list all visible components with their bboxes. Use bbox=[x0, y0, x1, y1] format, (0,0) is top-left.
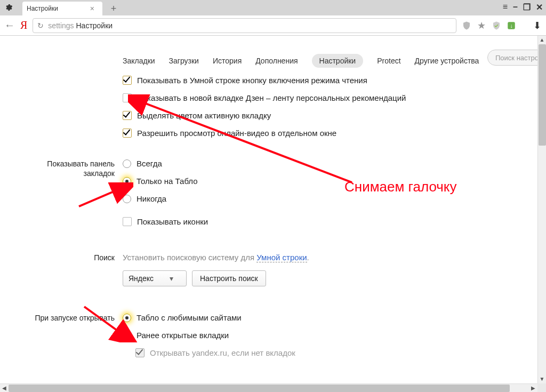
radio-always[interactable] bbox=[123, 159, 131, 168]
gear-icon[interactable] bbox=[4, 3, 13, 12]
titlebar: Настройки × + ≡ – ❐ ✕ bbox=[0, 0, 546, 15]
chk-zen-feed-label: Показывать в новой вкладке Дзен – ленту … bbox=[137, 93, 406, 102]
chk-show-icons[interactable] bbox=[123, 217, 132, 226]
tab-title: Настройки bbox=[27, 5, 58, 12]
vertical-scrollbar[interactable]: ▲ ▼ bbox=[537, 36, 546, 383]
scroll-up-icon[interactable]: ▲ bbox=[538, 36, 546, 44]
window-controls: ≡ – ❐ ✕ bbox=[503, 2, 543, 12]
radio-restore-tabs[interactable] bbox=[123, 331, 131, 340]
hscroll-thumb[interactable] bbox=[9, 385, 510, 392]
chk-highlight-tab-label: Выделять цветом активную вкладку bbox=[137, 111, 271, 120]
close-window-icon[interactable]: ✕ bbox=[536, 2, 543, 12]
star-icon[interactable]: ★ bbox=[477, 21, 486, 30]
chk-video-window[interactable] bbox=[123, 129, 132, 138]
url-scheme: settings bbox=[48, 21, 74, 30]
menu-icon[interactable]: ≡ bbox=[503, 2, 508, 12]
chk-open-yandex[interactable] bbox=[135, 348, 144, 357]
scroll-left-icon[interactable]: ◀ bbox=[0, 384, 9, 392]
radio-tablo-sites[interactable] bbox=[123, 314, 131, 322]
bookmarks-panel-title: Показывать панель закладок bbox=[19, 159, 115, 178]
omnibox[interactable]: ↻ settings Настройки bbox=[33, 18, 456, 33]
nav-addons[interactable]: Дополнения bbox=[255, 57, 298, 65]
chk-video-window-label: Разрешить просмотр онлайн-видео в отдель… bbox=[137, 129, 336, 138]
radio-never-label: Никогда bbox=[136, 194, 166, 203]
radio-never[interactable] bbox=[123, 195, 131, 203]
nav-downloads[interactable]: Загрузки bbox=[169, 57, 199, 65]
nav-protect[interactable]: Protect bbox=[377, 57, 400, 65]
radio-always-label: Всегда bbox=[136, 159, 162, 168]
radio-tablo-sites-label: Табло с любимыми сайтами bbox=[136, 313, 242, 322]
vscroll-thumb[interactable] bbox=[539, 44, 546, 146]
minimize-icon[interactable]: – bbox=[513, 2, 518, 12]
nav-settings[interactable]: Настройки bbox=[312, 54, 364, 68]
new-tab-button[interactable]: + bbox=[107, 2, 121, 15]
chk-show-icons-label: Показывать иконки bbox=[137, 217, 208, 226]
download-icon[interactable]: ⬇ bbox=[532, 21, 542, 30]
settings-page: Закладки Загрузки История Дополнения Нас… bbox=[0, 36, 546, 383]
configure-search-button[interactable]: Настроить поиск bbox=[192, 270, 266, 286]
search-engine-select[interactable]: Яндекс ▾ bbox=[123, 270, 187, 286]
nav-bookmarks[interactable]: Закладки bbox=[123, 57, 155, 65]
chk-highlight-tab[interactable] bbox=[123, 111, 132, 120]
protect-shield-icon[interactable] bbox=[492, 21, 501, 30]
horizontal-scrollbar[interactable]: ◀ ▶ bbox=[0, 383, 537, 392]
smart-line-link[interactable]: Умной строки bbox=[256, 253, 307, 262]
chevron-down-icon: ▾ bbox=[170, 274, 173, 283]
search-section-title: Поиск bbox=[19, 253, 115, 262]
back-button[interactable]: ← bbox=[4, 19, 15, 31]
settings-content: Показывать в Умной строке кнопку включен… bbox=[0, 76, 546, 383]
yandex-logo[interactable]: Я bbox=[20, 19, 27, 31]
search-desc: Установить поисковую систему для Умной с… bbox=[123, 253, 309, 262]
search-engine-value: Яндекс bbox=[129, 274, 154, 283]
maximize-icon[interactable]: ❐ bbox=[523, 2, 531, 12]
chk-reader-mode-label: Показывать в Умной строке кнопку включен… bbox=[137, 76, 367, 85]
address-bar: ← Я ↻ settings Настройки ★ ↓ ⬇ bbox=[0, 15, 546, 36]
annotation-text: Снимаем галочку bbox=[344, 179, 457, 195]
url-path: Настройки bbox=[74, 21, 113, 30]
nav-history[interactable]: История bbox=[213, 57, 242, 65]
chk-open-yandex-label: Открывать yandex.ru, если нет вкладок bbox=[150, 348, 295, 357]
scroll-right-icon[interactable]: ▶ bbox=[529, 384, 537, 392]
startup-section-title: При запуске открывать bbox=[19, 313, 115, 323]
radio-restore-tabs-label: Ранее открытые вкладки bbox=[136, 331, 229, 340]
shield-icon[interactable] bbox=[462, 21, 471, 30]
extension-icon[interactable]: ↓ bbox=[507, 21, 516, 30]
radio-tablo-only-label: Только на Табло bbox=[136, 177, 198, 186]
browser-tab-active[interactable]: Настройки × bbox=[22, 2, 102, 15]
addr-right-icons: ★ ↓ ⬇ bbox=[462, 21, 542, 30]
reload-icon[interactable]: ↻ bbox=[37, 21, 44, 30]
scroll-down-icon[interactable]: ▼ bbox=[538, 375, 546, 383]
svg-text:↓: ↓ bbox=[510, 22, 512, 28]
nav-other-devices[interactable]: Другие устройства bbox=[415, 57, 479, 65]
chk-reader-mode[interactable] bbox=[123, 76, 132, 85]
settings-nav: Закладки Загрузки История Дополнения Нас… bbox=[123, 54, 479, 68]
radio-tablo-only[interactable] bbox=[123, 177, 131, 186]
chk-zen-feed[interactable] bbox=[123, 93, 132, 102]
tab-close-icon[interactable]: × bbox=[90, 4, 94, 13]
